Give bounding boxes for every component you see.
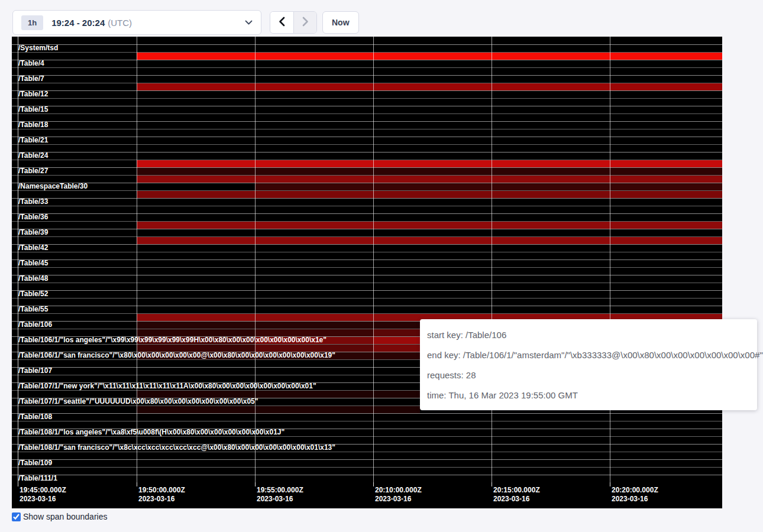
span-boundary-line	[12, 298, 722, 299]
heat-band	[137, 160, 722, 167]
show-span-boundaries-checkbox[interactable]	[12, 512, 21, 521]
row-label: /Table/106	[18, 321, 52, 329]
row-label: /Table/12	[18, 90, 48, 98]
span-boundary-line	[12, 259, 722, 260]
span-boundary-line	[12, 175, 722, 176]
row-label: /Table/33	[18, 198, 48, 206]
row-label: /Table/108	[18, 413, 52, 421]
axis-tick-label: 19:45:00.000Z2023-03-16	[20, 486, 66, 504]
time-nav-button-group	[270, 11, 317, 34]
row-label: /Table/24	[18, 152, 48, 160]
tooltip-line: time: Thu, 16 Mar 2023 19:55:00 GMT	[427, 385, 750, 406]
heat-band	[137, 237, 722, 244]
span-boundary-line	[12, 198, 722, 199]
span-boundary-line	[12, 452, 722, 452]
heat-band	[137, 168, 722, 175]
next-time-button[interactable]	[293, 12, 316, 33]
span-boundary-line	[12, 475, 722, 475]
heat-band	[137, 191, 722, 198]
span-boundary-line	[12, 121, 722, 122]
span-boundary-line	[12, 221, 722, 222]
span-boundary-line	[12, 44, 722, 45]
time-gridline	[610, 37, 610, 482]
checkbox-label: Show span boundaries	[23, 512, 107, 521]
row-label: /Table/108/1/"san francisco"/"\x8c\xcc\x…	[18, 444, 335, 452]
span-boundary-line	[12, 67, 722, 68]
row-label: /NamespaceTable/30	[18, 183, 88, 190]
tooltip-line: requests: 28	[427, 365, 750, 385]
span-boundary-line	[12, 137, 722, 137]
span-boundary-line	[12, 236, 722, 237]
chevron-left-icon	[279, 17, 285, 28]
row-label: /System/tsd	[18, 44, 58, 52]
span-boundary-line	[12, 183, 722, 183]
row-label: /Table/107	[18, 367, 52, 375]
axis-tick-label: 19:50:00.000Z2023-03-16	[138, 486, 185, 504]
span-boundary-line	[12, 83, 722, 83]
span-boundary-line	[12, 244, 722, 245]
time-gridline	[137, 37, 137, 482]
span-boundary-line	[12, 459, 722, 460]
row-label: /Table/111/1	[18, 475, 57, 482]
span-boundary-line	[12, 313, 722, 314]
key-visualizer-canvas[interactable]: /System/tsd/Table/4/Table/7/Table/12/Tab…	[12, 37, 722, 508]
row-label: /Table/107/1/"seattle"/"UUUUUUD\x00\x80\…	[18, 398, 258, 406]
heat-band	[137, 176, 722, 183]
axis-tick-label: 20:10:00.000Z2023-03-16	[375, 486, 422, 504]
now-button[interactable]: Now	[322, 11, 359, 34]
span-boundary-line	[12, 306, 722, 306]
row-label: /Table/109	[18, 459, 52, 467]
axis-tick-label: 20:15:00.000Z2023-03-16	[493, 486, 540, 504]
span-boundary-line	[12, 167, 722, 168]
time-range-utc-label: (UTC)	[108, 18, 132, 28]
span-boundary-line	[12, 229, 722, 229]
span-boundary-line	[12, 75, 722, 76]
span-boundary-line	[12, 267, 722, 268]
row-label: /Table/52	[18, 290, 48, 298]
axis-tick-mark	[492, 482, 492, 486]
time-range-label: 19:24 - 20:24	[51, 18, 105, 28]
row-label: /Table/36	[18, 213, 48, 221]
row-label: /Table/27	[18, 167, 48, 175]
span-boundary-line	[12, 421, 722, 421]
span-boundary-line	[12, 152, 722, 153]
duration-badge: 1h	[21, 15, 43, 30]
axis-tick-mark	[137, 482, 137, 486]
span-boundary-line	[12, 413, 722, 414]
time-gridline	[492, 37, 492, 482]
row-label: /Table/107/1/"new york"/"\x11\x11\x11\x1…	[18, 382, 316, 390]
axis-tick-mark	[255, 482, 256, 486]
row-label: /Table/106/1/"los angeles"/"\x99\x99\x99…	[18, 336, 326, 344]
span-boundary-line	[12, 275, 722, 275]
span-boundary-line	[12, 436, 722, 437]
row-label: /Table/15	[18, 106, 48, 113]
axis-tick-mark	[610, 482, 610, 486]
span-boundary-line	[12, 52, 722, 53]
span-boundary-line	[12, 160, 722, 160]
time-axis: 19:45:00.000Z2023-03-1619:50:00.000Z2023…	[12, 482, 722, 508]
chevron-right-icon	[302, 17, 309, 28]
span-boundary-line	[12, 206, 722, 206]
time-gridline	[255, 37, 256, 482]
chevron-down-icon	[245, 20, 253, 25]
heat-band	[255, 183, 722, 190]
row-label: /Table/42	[18, 244, 48, 252]
heat-band	[137, 53, 722, 60]
tooltip-line: start key: /Table/106	[427, 325, 750, 345]
prev-time-button[interactable]	[270, 12, 293, 33]
row-label: /Table/106/1/"san francisco"/"\x80\x00\x…	[18, 352, 335, 359]
span-boundary-line	[12, 98, 722, 99]
row-label: /Table/45	[18, 259, 48, 267]
span-boundary-line	[12, 467, 722, 468]
axis-tick-label: 20:20:00.000Z2023-03-16	[612, 486, 658, 504]
row-label: /Table/4	[18, 60, 44, 67]
time-gridline	[373, 37, 374, 482]
row-label: /Table/39	[18, 229, 48, 236]
axis-tick-label: 19:55:00.000Z2023-03-16	[257, 486, 303, 504]
span-boundary-line	[12, 113, 722, 114]
hover-tooltip: start key: /Table/106end key: /Table/106…	[420, 319, 757, 410]
time-range-selector[interactable]: 1h 19:24 - 20:24 (UTC)	[12, 10, 261, 35]
row-label: /Table/48	[18, 275, 48, 283]
row-label: /Table/7	[18, 75, 44, 83]
row-label: /Table/18	[18, 121, 48, 129]
